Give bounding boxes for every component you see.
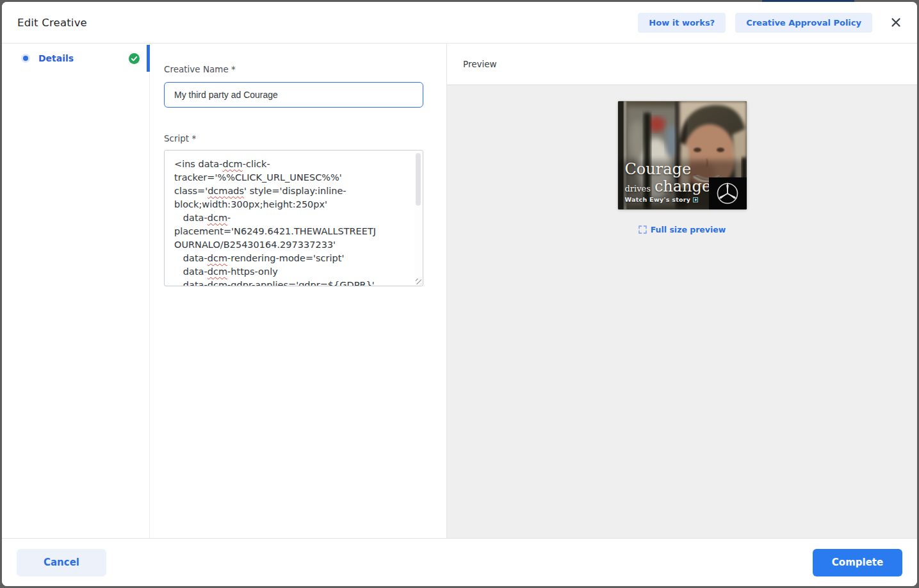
mercedes-star-icon [715, 181, 740, 206]
play-icon [693, 197, 698, 202]
edit-creative-modal: Edit Creative How it works? Creative App… [2, 2, 917, 586]
sidebar-item-details[interactable]: Details [2, 45, 149, 72]
ad-headline-word-change: change. [655, 177, 716, 195]
creative-approval-policy-button[interactable]: Creative Approval Policy [735, 13, 872, 33]
modal-body: Details Creative Name * Script * <ins da… [2, 44, 917, 538]
how-it-works-button[interactable]: How it works? [638, 13, 726, 33]
creative-form: Creative Name * Script * <ins data-dcm-c… [150, 44, 447, 538]
complete-button[interactable]: Complete [813, 549, 902, 576]
ad-cta-label: Watch Ewy's story [625, 196, 691, 203]
step-bullet-icon [23, 56, 28, 61]
step-complete-check-icon [129, 53, 140, 64]
script-textarea[interactable]: <ins data-dcm-click- tracker='%%CLICK_UR… [164, 150, 423, 286]
creative-name-label: Creative Name * [164, 64, 446, 74]
textarea-resize-grip-icon[interactable] [416, 279, 421, 284]
preview-panel: Preview [447, 44, 917, 538]
ad-cta: Watch Ewy's story [625, 196, 699, 203]
ad-headline-line2: drives change. [625, 177, 716, 195]
screen: Edit Creative How it works? Creative App… [0, 0, 919, 588]
steps-sidebar: Details [2, 44, 150, 538]
expand-icon [638, 225, 647, 234]
page-title: Edit Creative [17, 17, 87, 29]
script-scrollbar-thumb[interactable] [416, 153, 421, 206]
modal-footer: Cancel Complete [2, 538, 917, 586]
script-textarea-content: <ins data-dcm-click- tracker='%%CLICK_UR… [165, 151, 423, 286]
preview-header: Preview [447, 44, 917, 85]
full-size-preview-link[interactable]: Full size preview [638, 225, 726, 234]
close-icon[interactable] [890, 17, 902, 28]
mercedes-logo-tile [709, 177, 747, 209]
ad-creative-preview: Courage drives change. Watch Ewy's story [618, 101, 747, 209]
creative-name-input[interactable] [164, 82, 423, 108]
preview-body: Courage drives change. Watch Ewy's story [447, 85, 917, 538]
full-size-preview-label: Full size preview [651, 225, 726, 234]
ad-headline-line1: Courage [625, 161, 692, 177]
modal-header: Edit Creative How it works? Creative App… [2, 2, 917, 44]
preview-title: Preview [463, 59, 497, 69]
script-scrollbar[interactable] [414, 151, 422, 285]
sidebar-item-label: Details [38, 53, 74, 63]
script-label: Script * [164, 133, 446, 143]
cancel-button[interactable]: Cancel [17, 549, 106, 576]
ad-headline-word-drives: drives [625, 184, 651, 193]
